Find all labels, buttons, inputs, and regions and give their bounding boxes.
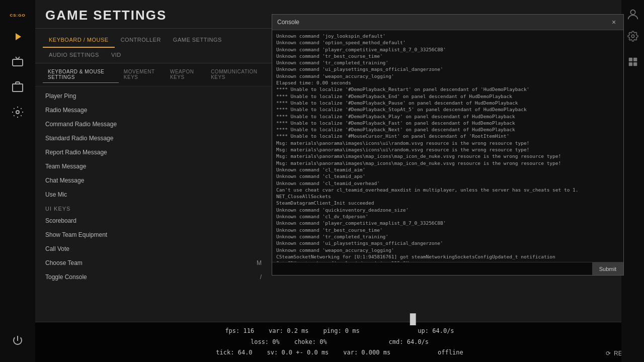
settings-label-command-radio: Command Radio Message — [45, 121, 117, 128]
cmd-label: cmd: — [389, 338, 407, 345]
csgo-logo: CS:GO — [5, 5, 30, 25]
var-value: 0.2 ms — [287, 327, 308, 334]
svg-rect-0 — [13, 59, 23, 66]
settings-label-use-mic: Use Mic — [45, 191, 67, 198]
settings-row-chat-message[interactable]: Chat Message — [35, 173, 272, 188]
svg-rect-1 — [13, 84, 23, 92]
console-input-row: Submit — [272, 262, 623, 275]
settings-label-team-message: Team Message — [45, 163, 86, 170]
svg-point-3 — [630, 10, 635, 15]
console-body[interactable]: Unknown command 'joy_lookspin_default' U… — [272, 30, 623, 262]
status-bar: fps: 116 var: 0.2 ms ping: 0 ms up: 64.0… — [35, 322, 644, 362]
var-label: var: — [269, 327, 287, 334]
settings-row-report-radio[interactable]: Report Radio Message — [35, 145, 272, 159]
settings-label-choose-team: Choose Team — [45, 259, 83, 266]
settings-row-radio-message[interactable]: Radio Message — [35, 103, 272, 117]
sidebar-item-settings[interactable] — [5, 101, 30, 123]
settings-category-ui-keys: UI Keys — [35, 202, 272, 214]
top-right-avatar[interactable] — [623, 5, 642, 24]
svg-point-4 — [631, 35, 634, 38]
settings-row-player-ping[interactable]: Player Ping — [35, 89, 272, 103]
top-right-team-icon[interactable] — [623, 52, 642, 71]
sub-tab-weapon-keys[interactable]: Weapon Keys — [165, 66, 206, 83]
settings-row-standard-radio[interactable]: Standard Radio Message — [35, 131, 272, 145]
fps-label: fps: — [225, 327, 243, 334]
settings-label-call-vote: Call Vote — [45, 245, 69, 252]
status-line-3: tick: 64.0 sv: 0.0 +- 0.0 ms var: 0.000 … — [216, 347, 463, 358]
choke-value: 0% — [319, 338, 327, 345]
sub-tab-movement-keys[interactable]: Movement Keys — [119, 66, 165, 83]
var2-value: 0.000 ms — [361, 349, 390, 356]
tab-keyboard-mouse[interactable]: Keyboard / Mouse — [43, 33, 115, 48]
sv-label: sv: — [267, 349, 282, 356]
choke-label: choke: — [294, 338, 320, 345]
settings-label-standard-radio: Standard Radio Message — [45, 135, 113, 142]
tick-label: tick: — [216, 349, 237, 356]
top-right-settings[interactable] — [623, 27, 642, 46]
ping-label: ping: — [323, 327, 345, 334]
console-window: Console × Unknown command 'joy_lookspin_… — [272, 14, 624, 276]
sidebar: CS:GO — [0, 0, 35, 362]
main-content: GAME SETTINGS Keyboard / Mouse Controlle… — [35, 0, 272, 322]
settings-row-toggle-console[interactable]: Toggle Console / — [35, 270, 272, 284]
console-submit-button[interactable]: Submit — [592, 262, 623, 275]
fps-value: 116 — [244, 327, 255, 334]
logo-text: CS:GO — [10, 13, 25, 18]
settings-label-report-radio: Report Radio Message — [45, 149, 107, 156]
sidebar-item-play[interactable] — [5, 25, 30, 48]
status-line-1: fps: 116 var: 0.2 ms ping: 0 ms up: 64.0… — [216, 326, 463, 337]
tab-audio-settings[interactable]: Audio Settings — [43, 48, 105, 63]
settings-row-use-mic[interactable]: Use Mic — [35, 188, 272, 202]
settings-label-radio-message: Radio Message — [45, 107, 87, 114]
settings-value-toggle-console: / — [260, 274, 262, 281]
up-value: 64.0/s — [432, 327, 454, 334]
console-title: Console — [277, 19, 299, 26]
settings-row-call-vote[interactable]: Call Vote — [35, 242, 272, 256]
svg-rect-7 — [628, 62, 632, 66]
svg-rect-8 — [633, 62, 636, 66]
tab-game-settings[interactable]: Game Settings — [167, 33, 228, 48]
loss-label: loss: — [251, 338, 272, 345]
settings-value-choose-team: M — [257, 259, 262, 266]
settings-label-player-ping: Player Ping — [45, 93, 76, 100]
console-text: Unknown command 'joy_lookspin_default' U… — [276, 33, 619, 262]
settings-label-scoreboard: Scoreboard — [45, 217, 76, 224]
settings-label-show-team-equipment: Show Team Equipment — [45, 231, 107, 238]
sidebar-item-power[interactable] — [5, 329, 30, 352]
settings-row-team-message[interactable]: Team Message — [35, 159, 272, 173]
svg-rect-6 — [633, 58, 636, 61]
up-label: up: — [418, 327, 432, 334]
tab-controller[interactable]: Controller — [115, 33, 167, 48]
sub-navigation: Keyboard & Mouse Settings Movement Keys … — [35, 63, 272, 86]
settings-label-toggle-console: Toggle Console — [45, 274, 87, 281]
sv-value: 0.0 +- 0.0 ms — [281, 349, 329, 356]
sub-tab-communication-keys[interactable]: Communication Keys — [206, 66, 264, 83]
loss-value: 0% — [272, 338, 279, 345]
sidebar-item-watch[interactable] — [5, 50, 30, 73]
console-input[interactable] — [272, 262, 592, 275]
settings-label-chat-message: Chat Message — [45, 177, 84, 184]
offline-label: offline — [438, 349, 463, 356]
var2-label: var: — [343, 349, 361, 356]
status-text: fps: 116 var: 0.2 ms ping: 0 ms up: 64.0… — [216, 326, 463, 358]
settings-row-scoreboard[interactable]: Scoreboard — [35, 214, 272, 228]
settings-row-show-team-equipment[interactable]: Show Team Equipment — [35, 228, 272, 242]
tick-value: 64.0 — [238, 349, 253, 356]
header: GAME SETTINGS — [35, 0, 272, 29]
cmd-value: 64.0/s — [407, 338, 429, 345]
tab-video[interactable]: Vid — [105, 48, 127, 63]
top-right-panel — [621, 0, 644, 362]
page-title: GAME SETTINGS — [45, 8, 167, 23]
settings-list: Player Ping Radio Message Command Radio … — [35, 86, 272, 343]
svg-rect-5 — [628, 58, 632, 61]
console-header: Console × — [272, 15, 623, 30]
sidebar-item-inventory[interactable] — [5, 75, 30, 98]
reset-icon: ⟳ — [606, 350, 611, 357]
status-line-2: loss: 0% choke: 0% cmd: 64.0/s — [216, 337, 463, 348]
settings-row-choose-team[interactable]: Choose Team M — [35, 256, 272, 270]
settings-row-command-radio[interactable]: Command Radio Message — [35, 117, 272, 131]
sub-tab-keyboard-mouse-settings[interactable]: Keyboard & Mouse Settings — [43, 66, 119, 83]
ping-value: 0 ms — [345, 327, 360, 334]
tab-navigation: Keyboard / Mouse Controller Game Setting… — [35, 29, 272, 63]
console-close-button[interactable]: × — [609, 18, 618, 27]
